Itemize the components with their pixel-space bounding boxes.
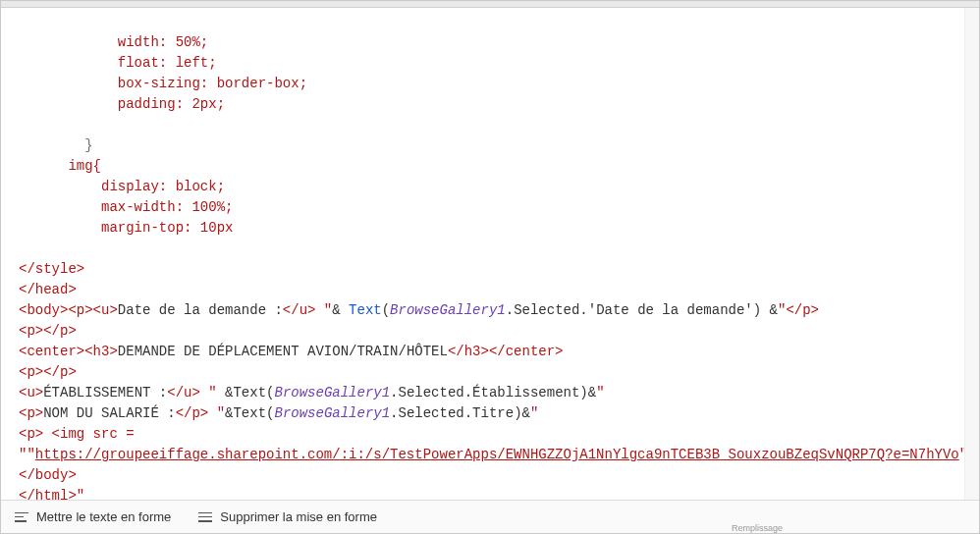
code-line: <center><h3>DEMANDE DE DÉPLACEMENT AVION… <box>19 344 564 359</box>
remove-formatting-button[interactable]: Supprimer la mise en forme <box>185 501 391 533</box>
format-text-button[interactable]: Mettre le texte en forme <box>1 501 185 533</box>
code-line: <u>ÉTABLISSEMENT :</u> " &Text(BrowseGal… <box>19 385 605 400</box>
code-line: </head> <box>19 282 77 297</box>
sharepoint-url[interactable]: https://groupeeiffage.sharepoint.com/:i:… <box>35 447 959 462</box>
code-line: </body> <box>19 467 77 483</box>
code-line: <p></p> <box>19 364 77 380</box>
code-line: display: block; <box>19 179 225 194</box>
code-line <box>19 117 27 133</box>
code-line: max-width: 100%; <box>19 199 233 215</box>
code-line: } <box>19 137 93 153</box>
vertical-scrollbar[interactable] <box>964 8 979 500</box>
code-line: box-sizing: border-box; <box>19 76 307 91</box>
code-line: </style> <box>19 261 84 277</box>
code-line: <body><p><u>Date de la demande :</u> "& … <box>19 302 819 318</box>
formula-editor-panel: width: 50%; float: left; box-sizing: bor… <box>0 0 980 534</box>
code-line: margin-top: 10px <box>19 220 233 236</box>
remove-format-icon <box>198 512 212 522</box>
footer-hint-text: Remplissage <box>732 523 783 533</box>
format-text-icon <box>15 512 28 522</box>
remove-formatting-label: Supprimer la mise en forme <box>220 509 377 524</box>
code-line: ""https://groupeeiffage.sharepoint.com/:… <box>19 447 979 462</box>
code-line: float: left; <box>19 55 217 71</box>
code-line: </html>" <box>19 488 84 500</box>
code-line <box>19 240 27 256</box>
code-line: <p> <img src = <box>19 426 142 442</box>
code-line: <p>NOM DU SALARIÉ :</p> "&Text(BrowseGal… <box>19 405 538 421</box>
code-line: <p></p> <box>19 323 77 339</box>
format-text-label: Mettre le texte en forme <box>36 509 171 524</box>
code-line: width: 50%; <box>19 34 208 50</box>
code-editor[interactable]: width: 50%; float: left; box-sizing: bor… <box>1 8 979 500</box>
code-line: padding: 2px; <box>19 96 225 112</box>
editor-toolbar: Mettre le texte en forme Supprimer la mi… <box>1 500 979 533</box>
code-line: img{ <box>19 158 101 174</box>
panel-top-border <box>1 1 979 8</box>
